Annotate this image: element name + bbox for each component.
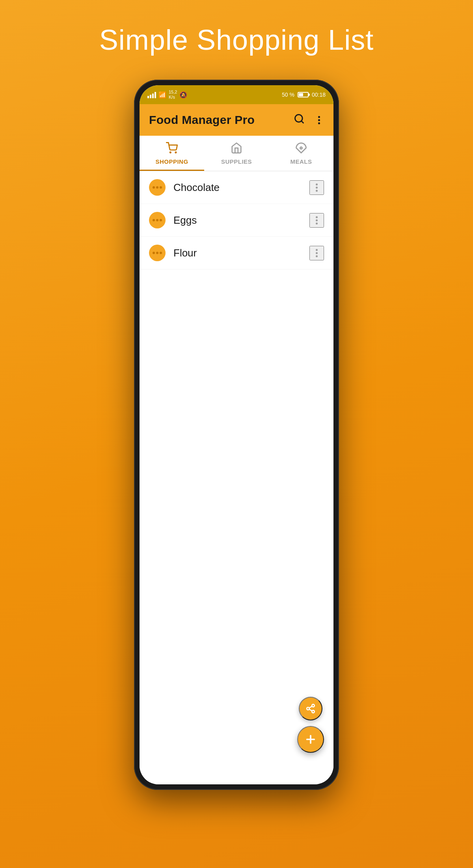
store-icon	[231, 142, 242, 157]
item-more-button[interactable]	[309, 213, 324, 228]
more-menu-button[interactable]	[314, 114, 324, 127]
share-fab-button[interactable]	[299, 697, 322, 720]
wifi-icon: 📶	[158, 91, 166, 99]
tab-shopping[interactable]: SHOPPING	[140, 136, 204, 171]
fab-container	[297, 697, 324, 753]
tab-bar: SHOPPING SUPPLIES MEALS	[140, 136, 333, 171]
svg-point-4	[300, 147, 302, 149]
app-title: Food Manager Pro	[149, 113, 255, 127]
item-status-dot	[149, 245, 166, 261]
time-display: 00:18	[312, 92, 326, 98]
phone-screen: 📶 15,2 K/s 🔕 50 % 00:18 Food Manager Pro	[140, 85, 333, 784]
svg-point-3	[175, 152, 177, 153]
pizza-icon	[295, 142, 307, 157]
tab-supplies-label: SUPPLIES	[221, 158, 252, 165]
tab-supplies[interactable]: SUPPLIES	[204, 136, 269, 171]
search-button[interactable]	[292, 112, 306, 129]
battery-percent: 50 %	[282, 92, 294, 98]
battery-icon	[298, 92, 309, 97]
page-headline: Simple Shopping List	[99, 24, 374, 56]
add-item-fab-button[interactable]	[297, 726, 324, 753]
item-more-button[interactable]	[309, 180, 324, 195]
notification-bell-icon: 🔕	[179, 91, 187, 99]
svg-line-1	[301, 121, 303, 123]
speed-indicator: 15,2 K/s	[169, 90, 177, 100]
tab-meals[interactable]: MEALS	[269, 136, 333, 171]
item-status-dot	[149, 212, 166, 228]
item-more-button[interactable]	[309, 246, 324, 260]
signal-icon	[147, 91, 156, 98]
item-name: Eggs	[173, 214, 309, 226]
list-item[interactable]: Chocolate	[140, 171, 333, 204]
phone-shell: 📶 15,2 K/s 🔕 50 % 00:18 Food Manager Pro	[134, 80, 339, 790]
shopping-list: Chocolate Eg	[140, 171, 333, 784]
list-item[interactable]: Flour	[140, 237, 333, 269]
item-name: Chocolate	[173, 181, 309, 194]
app-bar: Food Manager Pro	[140, 104, 333, 136]
tab-shopping-label: SHOPPING	[155, 158, 188, 165]
svg-line-8	[309, 709, 312, 711]
tab-meals-label: MEALS	[291, 158, 312, 165]
svg-line-9	[309, 706, 312, 708]
list-item[interactable]: Eggs	[140, 204, 333, 237]
shopping-cart-icon	[166, 142, 178, 157]
svg-point-2	[170, 152, 171, 153]
status-bar: 📶 15,2 K/s 🔕 50 % 00:18	[140, 85, 333, 104]
item-name: Flour	[173, 247, 309, 259]
item-status-dot	[149, 179, 166, 196]
